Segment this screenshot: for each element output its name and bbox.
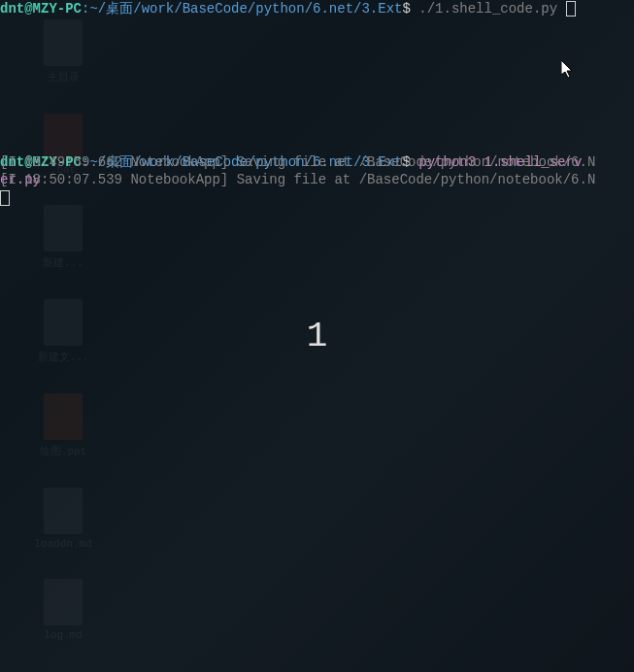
prompt-path: ~/桌面/work/BaseCode/python/6.net/3.Ext (89, 1, 402, 17)
terminal-block-1: dnt@MZY-PC:~/桌面/work/BaseCode/python/6.n… (0, 0, 634, 17)
cursor-line (0, 189, 634, 207)
terminal-block-3: [I 18:49:59.662 NotebookApp] Saving file… (0, 153, 634, 207)
prompt-line: dnt@MZY-PC:~/桌面/work/BaseCode/python/6.n… (0, 0, 634, 17)
output-line: [I 18:49:59.662 NotebookApp] Saving file… (0, 153, 634, 171)
terminal[interactable]: dnt@MZY-PC:~/桌面/work/BaseCode/python/6.n… (0, 0, 634, 207)
command-text: ./1.shell_code.py (411, 1, 557, 17)
cursor-box-icon (0, 190, 10, 206)
workspace-number: 1 (307, 317, 328, 356)
prompt-dollar: $ (402, 1, 410, 17)
mouse-cursor-icon (561, 60, 575, 84)
prompt-user: dnt@MZY-PC (0, 1, 82, 17)
output-line: [I 18:50:07.539 NotebookApp] Saving file… (0, 171, 634, 188)
cursor-box-icon (566, 1, 576, 17)
